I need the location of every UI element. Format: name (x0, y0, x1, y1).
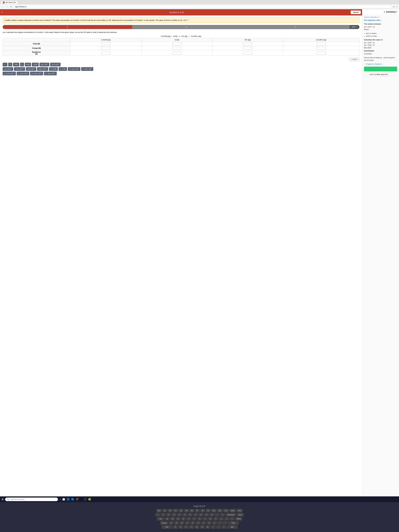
back-arrow-button[interactable]: < (1, 11, 3, 14)
step-2[interactable]: 2 (132, 25, 241, 29)
tile-38e10[interactable]: 3.8 × 10-10 (26, 67, 36, 71)
key-y[interactable]: Y (192, 517, 196, 520)
key-home[interactable]: Home (237, 513, 244, 516)
key-f4[interactable]: F4 (179, 509, 184, 512)
windows-icon[interactable]: ⊞ (2, 498, 4, 501)
key-capslock[interactable]: CapsLk (160, 521, 168, 525)
initial-input-1[interactable] (101, 43, 110, 45)
step-3[interactable]: 3 (241, 25, 349, 29)
key-delete[interactable]: Delete (235, 517, 242, 520)
key-shift-left[interactable]: Shift (162, 525, 172, 529)
music-icon[interactable]: 🎵 (84, 498, 87, 501)
key-f7[interactable]: F7 (195, 509, 200, 512)
back-button[interactable]: ← (1, 5, 4, 8)
get-free-button[interactable]: × × GET 10 FREE QUESTIO... (365, 72, 391, 77)
spotify-icon[interactable]: 🟢 (88, 498, 91, 501)
tile-neg16e10[interactable]: -1.6 × 10-10 (14, 67, 25, 71)
address-bar[interactable] (13, 5, 392, 8)
tile-xm38e10[interactable]: x - 3.8 × 10-10 (44, 72, 57, 75)
key-f10[interactable]: F10 (211, 509, 216, 512)
pin-icon[interactable]: 📌 (76, 498, 78, 501)
tile-neg63e5[interactable]: -6.3 × 10-5 (50, 63, 61, 66)
key-7[interactable]: 7 (193, 513, 198, 516)
key-minus[interactable]: - (215, 513, 220, 516)
key-p[interactable]: P (214, 517, 218, 520)
key-h[interactable]: H (196, 521, 201, 525)
key-1[interactable]: 1 (161, 513, 165, 516)
key-6[interactable]: 6 (188, 513, 192, 516)
key-5[interactable]: 5 (182, 513, 187, 516)
tile-0[interactable]: 0 (8, 63, 12, 66)
search-app-icon[interactable]: 🔵 (71, 498, 74, 501)
initial-input-4[interactable] (317, 43, 326, 45)
tile-xp63e5[interactable]: x + 6.3 × 10-5 (68, 67, 80, 71)
tile-x[interactable]: x (20, 63, 24, 66)
key-backspace[interactable]: Backspace (226, 513, 236, 516)
key-f5[interactable]: F5 (184, 509, 189, 512)
change-col3[interactable] (212, 46, 283, 51)
key-quote[interactable]: ' (223, 521, 228, 525)
key-t[interactable]: T (186, 517, 191, 520)
key-rbracket[interactable]: ] (224, 517, 229, 520)
key-equal[interactable]: = (220, 513, 225, 516)
key-b[interactable]: B (195, 525, 199, 529)
key-g[interactable]: G (190, 521, 195, 525)
key-u[interactable]: U (197, 517, 202, 520)
key-o[interactable]: O (208, 517, 213, 520)
key-shift-right[interactable]: Shift (227, 525, 238, 529)
tile-xp420[interactable]: x + 4.20 (49, 67, 58, 71)
change-input-3[interactable] (243, 47, 252, 50)
task-view-icon[interactable]: ⬜ (62, 498, 65, 500)
key-m[interactable]: M (205, 525, 210, 529)
key-insert[interactable]: Insert (229, 509, 236, 512)
tile-xm16e10[interactable]: x - 1.6 × 10-10 (17, 72, 29, 75)
refresh-button[interactable]: ↻ (10, 5, 13, 8)
tile-neg38e10[interactable]: -3.8 × 10-10 (37, 67, 48, 71)
key-j[interactable]: J (201, 521, 206, 525)
key-prsc[interactable]: PrSc (236, 509, 242, 512)
key-lbracket[interactable]: [ (219, 517, 224, 520)
key-e[interactable]: E (176, 517, 180, 520)
mail-icon[interactable]: ✉ (80, 498, 82, 501)
equil-input-1[interactable] (101, 52, 110, 54)
chapter-link[interactable]: ← Chapter 15, Problem 4 (364, 63, 397, 65)
key-r[interactable]: R (181, 517, 186, 520)
initial-col2[interactable] (142, 42, 212, 46)
step-1[interactable]: 1 (3, 25, 132, 29)
equil-col2[interactable] (142, 51, 212, 56)
change-input-2[interactable] (172, 47, 182, 50)
key-f6[interactable]: F6 (190, 509, 194, 512)
key-x[interactable]: X (178, 525, 183, 529)
key-q[interactable]: Q (165, 517, 170, 520)
key-n[interactable]: N (200, 525, 205, 529)
change-input-1[interactable] (101, 47, 110, 50)
breadcrumb-science[interactable]: Science (364, 16, 369, 18)
submit-button[interactable]: Submit (351, 11, 361, 14)
initial-col3[interactable] (212, 42, 283, 46)
key-9[interactable]: 9 (204, 513, 209, 516)
next-button[interactable]: NEXT › (350, 25, 359, 29)
equil-input-2[interactable] (172, 52, 182, 54)
key-f11[interactable]: F11 (217, 509, 223, 512)
circle-icon[interactable]: ○ (59, 498, 61, 500)
equil-col3[interactable] (212, 51, 283, 56)
key-8[interactable]: 8 (199, 513, 203, 516)
key-comma[interactable]: , (211, 525, 215, 529)
key-a[interactable]: A (169, 521, 173, 525)
key-v[interactable]: V (189, 525, 194, 529)
key-d[interactable]: D (180, 521, 184, 525)
equil-col4[interactable] (283, 51, 359, 56)
tile-xp16e10[interactable]: x + 1.6 × 10-10 (3, 72, 16, 75)
edge-icon[interactable]: 🌐 (67, 498, 70, 501)
tile-050[interactable]: 0.50 (13, 63, 19, 66)
active-tab[interactable]: 101 101 Chem 101 (1, 1, 18, 4)
key-z[interactable]: Z (173, 525, 177, 529)
tile-dash[interactable]: — (3, 63, 7, 66)
key-k[interactable]: K (207, 521, 211, 525)
equil-input-3[interactable] (243, 52, 252, 54)
change-col2[interactable] (142, 46, 212, 51)
search-input[interactable] (10, 498, 37, 500)
tile-xm63e5[interactable]: x - 6.3 × 10-5 (81, 67, 93, 71)
key-tilde[interactable]: ~ (155, 513, 160, 516)
key-f3[interactable]: F3 (173, 509, 178, 512)
